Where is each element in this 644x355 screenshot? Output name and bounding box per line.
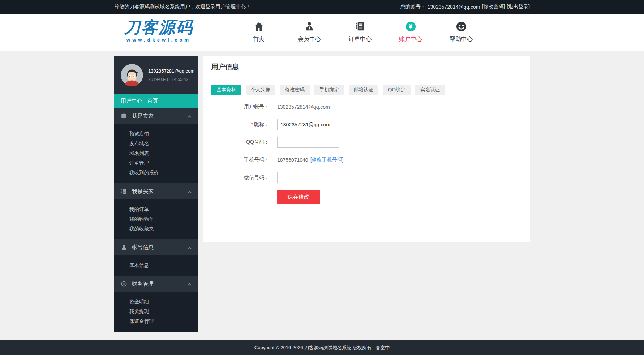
sidebar-section-label: 我是买家 xyxy=(132,188,154,195)
tab-email-verify[interactable]: 邮箱认证 xyxy=(349,85,378,95)
nav-label: 账户中心 xyxy=(385,35,436,43)
header: 刀客源码 www.dkewl.com 首页 会员中心 订单中心 xyxy=(0,14,644,51)
qq-field-label: QQ号码： xyxy=(203,139,269,146)
home-icon xyxy=(233,20,284,33)
user-info-panel: 用户信息 基本资料 个人头像 修改密码 手机绑定 邮箱认证 QQ绑定 实名认证 … xyxy=(203,56,530,242)
change-password-link[interactable]: [修改密码] xyxy=(482,4,505,10)
nav-label: 帮助中心 xyxy=(436,35,486,43)
form-row-wechat: 微信号码： xyxy=(203,172,530,183)
orders-icon xyxy=(335,20,385,33)
qq-input[interactable] xyxy=(277,137,339,148)
chevron-up-icon xyxy=(188,283,192,287)
form-row-phone: 手机号码： 18756071040 [修改手机号码] xyxy=(203,154,530,165)
logo-title: 刀客源码 xyxy=(116,18,201,37)
tab-phone-binding[interactable]: 手机绑定 xyxy=(314,85,344,95)
sidebar-item-publish-domain[interactable]: 发布域名 xyxy=(114,139,198,148)
nav-item-order-center[interactable]: 订单中心 xyxy=(335,20,385,43)
tab-qq-binding[interactable]: QQ绑定 xyxy=(383,85,411,95)
buyer-submenu: 我的订单 我的购物车 我的收藏夹 xyxy=(114,199,198,239)
phone-field-value: 18756071040 xyxy=(277,157,308,163)
nav-item-member-center[interactable]: 会员中心 xyxy=(284,20,335,43)
save-button[interactable]: 保存修改 xyxy=(277,190,320,204)
account-field-label: 用户帐号： xyxy=(203,104,269,110)
account-yen-icon: ¥ xyxy=(385,20,436,33)
welcome-text: 尊敬的刀客源码测试域名系统用户，欢迎登录用户管理中心！ xyxy=(114,4,251,10)
sidebar-item-fund-details[interactable]: 资金明细 xyxy=(114,297,198,307)
tab-basic-profile[interactable]: 基本资料 xyxy=(211,85,241,95)
sidebar: 1302357281@qq.com 2019-03-31 14:55:42 用户… xyxy=(114,56,198,332)
sidebar-section-label: 帐号信息 xyxy=(132,244,154,251)
nav-item-account-center[interactable]: ¥ 账户中心 xyxy=(385,20,436,43)
required-mark: * xyxy=(251,121,253,127)
account-field-value: 13023572814@qq.com xyxy=(277,104,330,110)
nav-label: 会员中心 xyxy=(284,35,335,43)
sidebar-item-preview-shop[interactable]: 预览店铺 xyxy=(114,129,198,139)
sidebar-item-my-cart[interactable]: 我的购物车 xyxy=(114,214,198,224)
topbar: 尊敬的刀客源码测试域名系统用户，欢迎登录用户管理中心！ 您的账号： 130235… xyxy=(0,0,644,14)
account-label: 您的账号： xyxy=(400,4,426,10)
logout-link[interactable]: [退出登录] xyxy=(507,4,530,10)
tab-realname-verify[interactable]: 实名认证 xyxy=(415,85,445,95)
sidebar-item-order-manage[interactable]: 订单管理 xyxy=(114,158,198,168)
form-row-qq: QQ号码： xyxy=(203,137,530,148)
form-row-nickname: *昵称： xyxy=(203,119,530,130)
nav-item-home[interactable]: 首页 xyxy=(233,20,284,43)
svg-text:¥: ¥ xyxy=(123,282,125,286)
sidebar-section-account-info[interactable]: 帐号信息 xyxy=(114,239,198,255)
tab-avatar[interactable]: 个人头像 xyxy=(246,85,275,95)
wechat-input[interactable] xyxy=(277,172,339,183)
sidebar-item-user-center-home[interactable]: 用户中心 - 首页 xyxy=(114,94,198,108)
change-phone-link[interactable]: [修改手机号码] xyxy=(310,157,344,163)
svg-text:¥: ¥ xyxy=(409,23,412,30)
sidebar-section-label: 我是卖家 xyxy=(132,113,154,120)
nickname-input[interactable] xyxy=(277,119,339,130)
nav-label: 首页 xyxy=(233,35,284,43)
buyer-icon xyxy=(121,188,127,195)
chevron-up-icon xyxy=(188,191,192,194)
basic-profile-form: 用户帐号： 13023572814@qq.com *昵称： QQ号码： xyxy=(203,101,530,204)
tab-change-password[interactable]: 修改密码 xyxy=(280,85,310,95)
logo-subtitle: www.dkewl.com xyxy=(116,37,201,43)
sidebar-section-seller[interactable]: 我是卖家 xyxy=(114,108,198,124)
seller-icon xyxy=(121,113,127,119)
nav-item-help-center[interactable]: 帮助中心 xyxy=(436,20,486,43)
sidebar-login-time: 2019-03-31 14:55:42 xyxy=(148,77,194,82)
nickname-field-label: *昵称： xyxy=(203,121,269,128)
phone-field-label: 手机号码： xyxy=(203,157,269,163)
nav-label: 订单中心 xyxy=(335,35,385,43)
sidebar-section-label: 财务管理 xyxy=(132,281,154,287)
chevron-up-icon xyxy=(188,247,192,250)
page-title: 用户信息 xyxy=(203,56,530,77)
finance-submenu: 资金明细 我要提现 保证金管理 xyxy=(114,292,198,332)
account-info-submenu: 基本信息 xyxy=(114,255,198,276)
seller-submenu: 预览店铺 发布域名 域名列表 订单管理 我收到的报价 xyxy=(114,124,198,183)
chevron-up-icon xyxy=(188,115,192,119)
sidebar-item-deposit-manage[interactable]: 保证金管理 xyxy=(114,316,198,326)
sidebar-section-finance[interactable]: ¥ 财务管理 xyxy=(114,276,198,292)
sidebar-item-my-favorites[interactable]: 我的收藏夹 xyxy=(114,224,198,234)
sidebar-section-buyer[interactable]: 我是买家 xyxy=(114,183,198,199)
sidebar-item-received-quotes[interactable]: 我收到的报价 xyxy=(114,168,198,178)
sidebar-item-my-orders[interactable]: 我的订单 xyxy=(114,204,198,214)
wechat-field-label: 微信号码： xyxy=(203,174,269,181)
footer: Copyright © 2016-2026 刀客源码测试域名系统 版权所有 - … xyxy=(0,340,644,355)
sidebar-item-domain-list[interactable]: 域名列表 xyxy=(114,148,198,158)
sidebar-item-withdraw[interactable]: 我要提现 xyxy=(114,307,198,316)
main-nav: 首页 会员中心 订单中心 ¥ 账户中心 xyxy=(233,20,486,43)
copyright-text: Copyright © 2016-2026 刀客源码测试域名系统 版权所有 - … xyxy=(254,345,390,351)
account-email: 13023572814@qq.com xyxy=(428,4,480,10)
tab-bar: 基本资料 个人头像 修改密码 手机绑定 邮箱认证 QQ绑定 实名认证 xyxy=(211,85,521,95)
finance-icon: ¥ xyxy=(121,281,127,287)
site-logo[interactable]: 刀客源码 www.dkewl.com xyxy=(116,18,201,43)
user-card: 1302357281@qq.com 2019-03-31 14:55:42 xyxy=(114,56,198,94)
form-row-submit: 保存修改 xyxy=(203,190,530,204)
member-icon xyxy=(284,20,335,33)
account-info-icon xyxy=(121,244,127,251)
form-row-account: 用户帐号： 13023572814@qq.com xyxy=(203,101,530,112)
help-icon xyxy=(436,20,486,33)
sidebar-user-email: 1302357281@qq.com xyxy=(148,68,194,74)
user-avatar xyxy=(121,64,143,86)
sidebar-item-basic-info[interactable]: 基本信息 xyxy=(114,260,198,270)
